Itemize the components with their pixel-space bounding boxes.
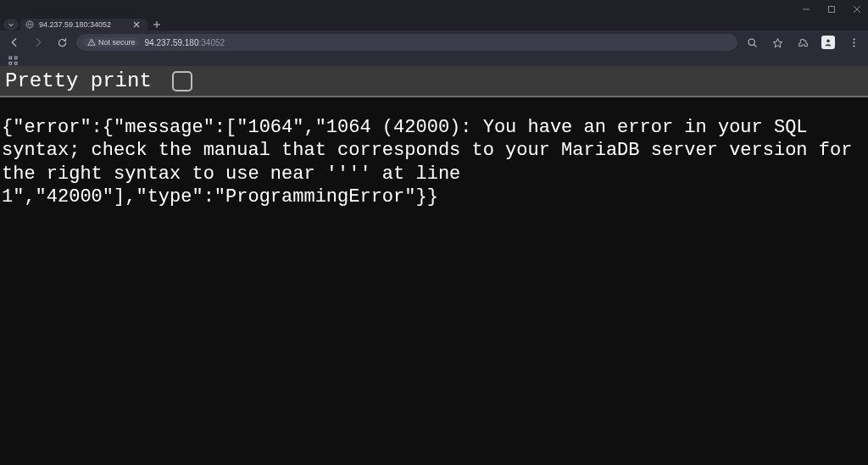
page-content: Pretty print {"error":{"message":["1064"… xyxy=(0,66,868,465)
svg-point-10 xyxy=(92,44,92,45)
svg-line-12 xyxy=(754,44,756,47)
globe-icon xyxy=(25,20,34,29)
warning-icon xyxy=(87,38,96,47)
bookmark-button[interactable] xyxy=(768,33,787,52)
extensions-button[interactable] xyxy=(793,33,812,52)
zoom-reset-button[interactable] xyxy=(743,33,761,52)
pretty-print-label: Pretty print xyxy=(5,69,164,92)
site-security-indicator[interactable]: Not secure xyxy=(83,37,140,47)
svg-point-16 xyxy=(853,45,854,47)
svg-rect-19 xyxy=(8,62,11,64)
menu-button[interactable] xyxy=(844,33,863,52)
svg-point-11 xyxy=(748,39,754,45)
profile-button[interactable] xyxy=(819,33,837,52)
back-button[interactable] xyxy=(5,33,24,52)
pretty-print-bar: Pretty print xyxy=(0,66,868,97)
pretty-print-checkbox[interactable] xyxy=(172,71,192,91)
window-title-bar xyxy=(0,0,868,19)
forward-button[interactable] xyxy=(29,33,47,52)
browser-tab[interactable]: 94.237.59.180:34052 xyxy=(20,19,147,30)
restore-button[interactable] xyxy=(824,0,839,19)
minimize-button[interactable] xyxy=(798,0,814,19)
address-bar[interactable]: Not secure 94.237.59.180:34052 xyxy=(76,34,737,51)
apps-icon[interactable] xyxy=(7,54,19,66)
response-body: {"error":{"message":["1064","1064 (42000… xyxy=(0,97,868,465)
search-tabs-button[interactable] xyxy=(3,19,19,30)
browser-toolbar: Not secure 94.237.59.180:34052 xyxy=(0,30,868,54)
avatar-icon xyxy=(821,36,835,49)
new-tab-button[interactable] xyxy=(149,19,164,30)
security-label: Not secure xyxy=(98,38,136,47)
bookmarks-bar xyxy=(0,54,868,66)
svg-rect-20 xyxy=(14,62,17,64)
toolbar-right-icons xyxy=(743,33,863,52)
svg-rect-1 xyxy=(829,7,835,13)
svg-point-14 xyxy=(853,38,854,40)
svg-rect-18 xyxy=(14,56,17,58)
address-url: 94.237.59.180:34052 xyxy=(145,38,225,47)
tab-title: 94.237.59.180:34052 xyxy=(39,20,127,29)
svg-rect-17 xyxy=(8,56,11,58)
close-window-button[interactable] xyxy=(849,0,865,19)
svg-point-13 xyxy=(826,40,830,43)
tab-strip: 94.237.59.180:34052 xyxy=(0,19,868,30)
svg-point-15 xyxy=(853,42,854,43)
reload-button[interactable] xyxy=(53,33,71,52)
close-tab-button[interactable] xyxy=(132,20,141,29)
